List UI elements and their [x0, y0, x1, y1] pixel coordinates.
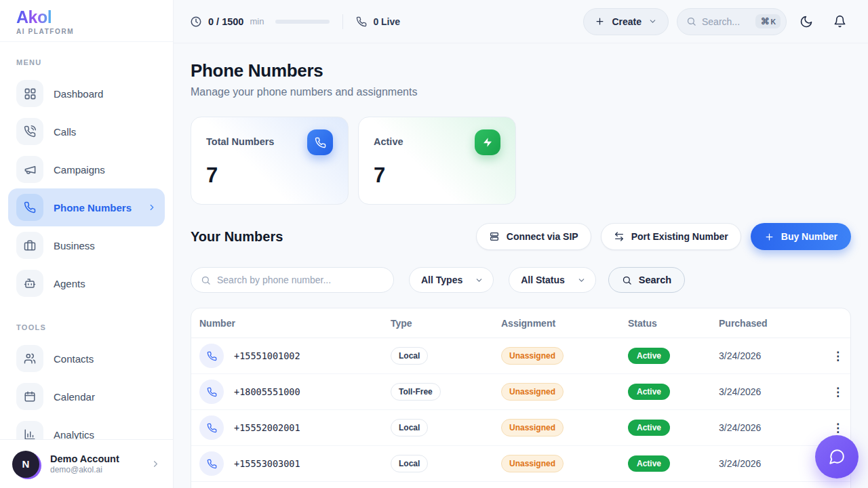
arrows-left-right-icon: [614, 231, 625, 242]
search-button[interactable]: Search: [608, 267, 685, 293]
account-info: Demo Account demo@akol.ai: [50, 453, 119, 474]
stat-label: Total Numbers: [206, 136, 274, 147]
chat-widget-button[interactable]: [815, 435, 859, 479]
search-icon: [201, 275, 211, 285]
minutes-progress-bar: [275, 20, 330, 24]
table-row[interactable]: +15552002001 Local Unassigned Active 3/2…: [191, 410, 850, 446]
sidebar-item-label: Dashboard: [54, 88, 103, 100]
create-button[interactable]: Create: [583, 8, 669, 35]
search-icon: [686, 16, 696, 26]
connect-sip-button[interactable]: Connect via SIP: [476, 223, 591, 250]
sidebar-item-campaigns[interactable]: Campaigns: [8, 150, 165, 188]
dark-mode-toggle[interactable]: [795, 11, 817, 33]
purchased-date: 3/24/2026: [711, 422, 824, 433]
sidebar-item-label: Business: [54, 240, 95, 251]
sidebar-item-label: Analytics: [54, 429, 94, 441]
section-header: Your Numbers Connect via SIP Port Existi…: [191, 223, 851, 250]
purchased-date: 3/24/2026: [711, 458, 824, 469]
number-search-field[interactable]: [191, 267, 394, 293]
main-area: 0 / 1500 min 0 Live Create: [174, 0, 868, 488]
type-filter-select[interactable]: All Types: [409, 267, 494, 293]
sidebar-item-agents[interactable]: Agents: [8, 264, 165, 302]
assignment-badge: Unassigned: [501, 347, 564, 365]
stat-label: Active: [374, 136, 403, 147]
shortcut-key: K: [770, 18, 776, 26]
phone-number: +15551001002: [234, 350, 300, 361]
search-icon: [622, 275, 632, 285]
stat-value: 7: [206, 163, 333, 188]
assignment-badge: Unassigned: [501, 455, 564, 472]
create-button-label: Create: [612, 16, 642, 27]
type-badge: Local: [391, 347, 428, 365]
page-content: Phone Numbers Manage your phone numbers …: [174, 43, 868, 488]
minutes-usage: 0 / 1500 min: [190, 16, 330, 28]
table-row[interactable]: +15551001002 Local Unassigned Active 3/2…: [191, 338, 850, 374]
section-title: Your Numbers: [191, 229, 283, 245]
shortcut-badge: ⌘ K: [755, 14, 781, 28]
connect-sip-label: Connect via SIP: [507, 231, 578, 242]
sidebar-item-label: Contacts: [54, 353, 94, 365]
sidebar-item-label: Campaigns: [54, 164, 105, 176]
phone-number: +18005551000: [234, 386, 300, 397]
chevron-right-icon: [151, 459, 161, 469]
bolt-icon: [475, 129, 500, 155]
filters-row: All Types All Status Search: [191, 267, 851, 293]
number-search-input[interactable]: [217, 274, 384, 285]
phone-icon: [199, 451, 224, 476]
calendar-icon: [16, 383, 43, 410]
sidebar-item-calendar[interactable]: Calendar: [8, 378, 165, 415]
column-header-assignment: Assignment: [493, 318, 620, 329]
brand-logo: Akol: [16, 7, 52, 27]
topbar-actions: Create ⌘ K: [583, 8, 850, 35]
phone-icon: [199, 344, 224, 368]
minutes-unit: min: [250, 16, 264, 26]
numbers-table: Number Type Assignment Status Purchased: [191, 308, 851, 488]
buy-number-button[interactable]: Buy Number: [751, 223, 851, 250]
sidebar-item-business[interactable]: Business: [8, 226, 165, 264]
sidebar-item-dashboard[interactable]: Dashboard: [8, 75, 165, 113]
sidebar-nav: MENU Dashboard Calls Campaigns: [0, 42, 173, 453]
brand-block: Akol AI PLATFORM: [0, 0, 173, 42]
topbar: 0 / 1500 min 0 Live Create: [174, 0, 868, 43]
account-menu[interactable]: N Demo Account demo@akol.ai: [0, 439, 173, 488]
chevron-down-icon: [475, 276, 484, 285]
buy-number-label: Buy Number: [781, 231, 837, 242]
page-title: Phone Numbers: [191, 60, 851, 81]
live-calls: 0 Live: [356, 16, 400, 27]
avatar: N: [12, 451, 39, 478]
status-filter-value: All Status: [521, 274, 565, 285]
notifications-button[interactable]: [829, 11, 850, 32]
table-row[interactable]: +15551001001 Local Unassigned Active 3/2…: [191, 482, 850, 488]
port-number-button[interactable]: Port Existing Number: [601, 223, 741, 250]
row-menu-button[interactable]: ⋮: [832, 386, 844, 398]
column-header-number: Number: [191, 318, 382, 329]
purchased-date: 3/24/2026: [711, 350, 824, 361]
sidebar-item-contacts[interactable]: Contacts: [8, 340, 165, 378]
sidebar: Akol AI PLATFORM MENU Dashboard Calls: [0, 0, 174, 488]
global-search[interactable]: ⌘ K: [677, 8, 787, 35]
table-row[interactable]: +15553003001 Local Unassigned Active 3/2…: [191, 446, 850, 482]
phone-number: +15553003001: [234, 458, 300, 469]
phone-icon: [356, 16, 367, 27]
global-search-input[interactable]: [702, 16, 745, 27]
stats-row: Total Numbers 7 Active 7: [191, 117, 851, 205]
row-menu-button[interactable]: ⋮: [832, 422, 844, 434]
section-actions: Connect via SIP Port Existing Number Buy…: [476, 223, 851, 250]
chevron-down-icon: [577, 276, 586, 285]
status-filter-select[interactable]: All Status: [509, 267, 596, 293]
phone-icon: [16, 194, 43, 221]
status-badge: Active: [628, 455, 670, 472]
sidebar-item-phone-numbers[interactable]: Phone Numbers: [8, 188, 165, 226]
status-badge: Active: [628, 384, 670, 400]
port-number-label: Port Existing Number: [631, 231, 728, 242]
stat-value: 7: [374, 163, 500, 188]
minutes-value: 0 / 1500: [208, 16, 243, 27]
table-row[interactable]: +18005551000 Toll-Free Unassigned Active…: [191, 374, 850, 410]
server-icon: [489, 231, 500, 242]
search-button-label: Search: [639, 274, 671, 285]
plus-icon: [595, 16, 605, 26]
brand-tagline: AI PLATFORM: [16, 28, 157, 35]
sidebar-item-calls[interactable]: Calls: [8, 113, 165, 150]
type-badge: Toll-Free: [391, 383, 441, 401]
row-menu-button[interactable]: ⋮: [832, 350, 844, 362]
